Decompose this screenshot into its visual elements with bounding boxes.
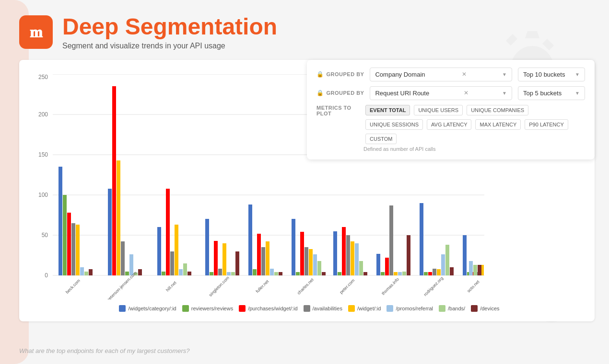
- svg-rect-34: [157, 227, 161, 275]
- legend-item-widgets-category: /widgets/category/:id: [119, 305, 176, 312]
- page-title: Deep Segmentation: [62, 14, 277, 40]
- svg-rect-50: [235, 251, 239, 275]
- legend-color-availabilities: [304, 305, 310, 312]
- metrics-control-row: METRICS TO PLOT EVENT TOTAL UNIQUE USERS…: [316, 105, 585, 144]
- svg-text:0: 0: [45, 272, 48, 279]
- bucket-select-1[interactable]: Top 10 buckets ▼: [518, 68, 585, 81]
- legend-item-availabilities: /availabilities: [304, 305, 342, 312]
- svg-text:100: 100: [38, 192, 48, 198]
- svg-rect-74: [351, 241, 354, 275]
- legend-item-reviewers: reviewers/reviews: [182, 305, 233, 312]
- bar-group-peterson: peterson-jensen.com: [106, 86, 142, 299]
- svg-rect-21: [80, 267, 84, 275]
- metric-unique-users[interactable]: UNIQUE USERS: [414, 105, 463, 115]
- legend-color-devices: [471, 305, 478, 312]
- uri-route-arrow: ▼: [502, 91, 507, 96]
- svg-rect-19: [71, 223, 75, 275]
- svg-rect-17: [63, 195, 67, 275]
- svg-text:singleton.com: singleton.com: [208, 275, 230, 297]
- svg-rect-84: [398, 272, 402, 275]
- legend-color-promos: [386, 305, 393, 312]
- svg-rect-63: [300, 232, 304, 275]
- bucket-value-1: Top 10 buckets: [523, 71, 565, 78]
- legend-label-bands: /bands/: [448, 306, 465, 311]
- svg-rect-71: [338, 272, 341, 275]
- svg-rect-59: [279, 272, 282, 275]
- metric-max-latency[interactable]: MAX LATENCY: [475, 119, 521, 130]
- lock-icon-1: 🔒: [316, 71, 324, 78]
- svg-rect-16: [59, 167, 62, 275]
- bar-group-rodriguez: rodriguez.org: [420, 203, 454, 297]
- uri-route-select[interactable]: Request URI Route ✕ ▼: [370, 86, 512, 100]
- bar-group-thomas: thomas.info: [376, 205, 410, 296]
- svg-rect-70: [333, 231, 337, 275]
- metric-unique-companies[interactable]: UNIQUE COMPANIES: [467, 105, 528, 115]
- svg-rect-57: [270, 269, 274, 275]
- metric-unique-sessions[interactable]: UNIQUE SESSIONS: [365, 119, 423, 130]
- svg-text:fuller.net: fuller.net: [255, 279, 269, 294]
- svg-rect-49: [231, 272, 235, 275]
- svg-rect-91: [433, 269, 436, 275]
- metrics-label: METRICS TO PLOT: [316, 105, 360, 116]
- bar-group-peter: peter.com: [333, 227, 367, 295]
- lock-icon-2: 🔒: [316, 90, 324, 96]
- svg-rect-23: [89, 269, 93, 275]
- bar-group-fuller: fuller.net: [248, 205, 282, 294]
- company-domain-select[interactable]: Company Domain ✕ ▼: [370, 68, 512, 81]
- svg-rect-39: [179, 269, 183, 275]
- control-row-2: 🔒 GROUPED BY Request URI Route ✕ ▼ Top 5…: [316, 86, 585, 100]
- metric-avg-latency[interactable]: AVG LATENCY: [427, 119, 471, 130]
- svg-rect-92: [437, 269, 441, 275]
- svg-text:hill.net: hill.net: [165, 280, 177, 293]
- uri-route-clear[interactable]: ✕: [464, 90, 468, 96]
- svg-text:beck.com: beck.com: [65, 278, 81, 295]
- bucket-arrow-2: ▼: [575, 91, 580, 96]
- svg-rect-80: [381, 272, 385, 275]
- logo-box: 𝐦: [19, 15, 53, 49]
- legend-label-widgets-category: /widgets/category/:id: [128, 306, 176, 311]
- svg-text:200: 200: [38, 111, 48, 118]
- bar-group-singleton: singleton.com: [205, 219, 239, 297]
- svg-rect-61: [292, 219, 295, 275]
- svg-rect-56: [266, 241, 269, 275]
- svg-rect-54: [257, 234, 261, 275]
- svg-rect-48: [227, 272, 231, 275]
- legend-item-purchases: /purchases/widget/:id: [239, 305, 297, 312]
- svg-rect-38: [175, 225, 178, 275]
- legend-color-reviewers: [182, 305, 189, 312]
- svg-text:rodriguez.org: rodriguez.org: [423, 275, 445, 297]
- metric-custom[interactable]: CUSTOM: [365, 134, 397, 144]
- bucket-arrow-1: ▼: [575, 72, 580, 77]
- header: 𝐦 Deep Segmentation Segment and visualiz…: [0, 0, 609, 60]
- chart-legend: /widgets/category/:id reviewers/reviews …: [29, 305, 590, 312]
- control-row-1: 🔒 GROUPED BY Company Domain ✕ ▼ Top 10 b…: [316, 68, 585, 81]
- bar-group-hill: hill.net: [157, 189, 191, 293]
- main-content: 🔒 GROUPED BY Company Domain ✕ ▼ Top 10 b…: [0, 60, 609, 321]
- legend-item-promos: /promos/referral: [386, 305, 433, 312]
- legend-label-devices: /devices: [480, 306, 499, 311]
- svg-rect-88: [420, 203, 423, 275]
- metrics-buttons: EVENT TOTAL UNIQUE USERS UNIQUE COMPANIE…: [365, 105, 585, 144]
- legend-color-bands: [439, 305, 445, 312]
- legend-color-purchases: [239, 305, 246, 312]
- svg-rect-27: [117, 160, 120, 275]
- svg-rect-83: [394, 272, 398, 275]
- metrics-description: Defined as number of API calls: [363, 146, 585, 152]
- header-text: Deep Segmentation Segment and visualize …: [62, 14, 277, 50]
- svg-rect-29: [125, 272, 129, 275]
- svg-rect-65: [309, 249, 313, 275]
- svg-rect-75: [355, 243, 359, 275]
- svg-rect-72: [342, 227, 346, 275]
- svg-rect-102: [469, 261, 473, 275]
- svg-rect-20: [76, 225, 80, 275]
- metric-p90-latency[interactable]: P90 LATENCY: [525, 119, 568, 130]
- metric-event-total[interactable]: EVENT TOTAL: [365, 105, 410, 115]
- controls-panel: 🔒 GROUPED BY Company Domain ✕ ▼ Top 10 b…: [307, 60, 595, 159]
- svg-rect-76: [359, 261, 363, 275]
- svg-rect-62: [296, 272, 300, 275]
- svg-rect-66: [313, 254, 317, 275]
- bucket-select-2[interactable]: Top 5 buckets ▼: [518, 86, 585, 100]
- svg-text:charles.net: charles.net: [296, 277, 315, 296]
- company-domain-clear[interactable]: ✕: [462, 71, 467, 78]
- svg-text:soto.net: soto.net: [466, 279, 480, 293]
